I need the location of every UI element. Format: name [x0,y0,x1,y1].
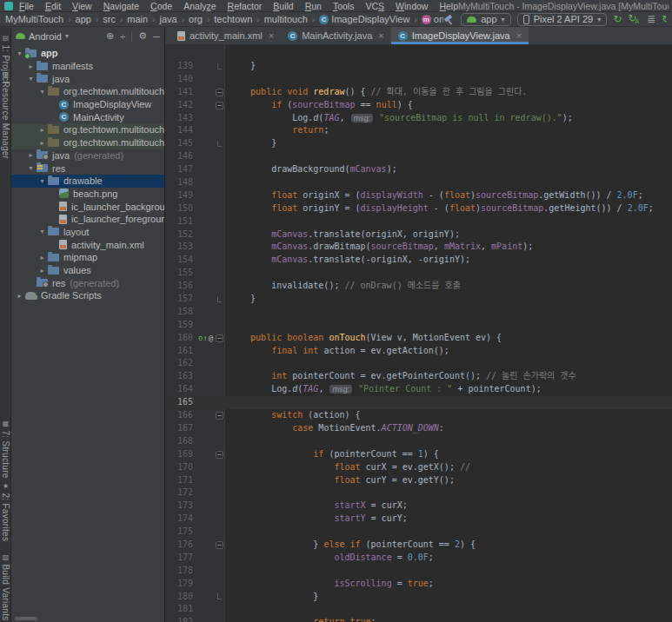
code-line-177[interactable]: 177 oldDistance = 0.0F; [165,552,672,565]
code-line-166[interactable]: 166− switch (action) { [165,409,672,422]
code-line-144[interactable]: 144 return; [165,124,672,137]
line-number[interactable]: 170 [165,461,198,474]
line-number[interactable]: 146 [165,150,198,163]
code-line-180[interactable]: 180 } [165,591,672,604]
line-number[interactable]: 180 [165,591,198,604]
breadcrumb-app[interactable]: app [76,14,91,24]
breadcrumb-main[interactable]: main [127,14,148,24]
code-line-139[interactable]: 139 } [165,60,672,73]
line-number[interactable]: 176 [165,539,198,552]
line-number[interactable]: 144 [165,124,198,137]
code-line-171[interactable]: 171 float curY = ev.getY(); [165,474,672,487]
tree-item-manifests[interactable]: ▸manifests [11,60,164,73]
line-number[interactable]: 171 [165,474,198,487]
code-line-149[interactable]: 149 float originX = (displayWidth - (flo… [165,189,672,202]
tool-button-build-variants[interactable]: ▧ Build Variants [1,553,10,621]
breadcrumb-techtown[interactable]: techtown [214,14,252,24]
code-line-155[interactable]: 155 [165,267,672,280]
code-line-178[interactable]: 178 [165,565,672,578]
menu-tools[interactable]: Tools [333,1,355,11]
code-line-162[interactable]: 162 [165,357,672,370]
menu-view[interactable]: View [72,1,92,11]
line-number[interactable]: 140 [165,73,198,86]
code-line-147[interactable]: 147 drawBackground(mCanvas); [165,163,672,176]
tree-item-res[interactable]: ▾res [11,162,164,175]
build-hammer-icon[interactable] [443,14,455,25]
gear-icon[interactable]: ⚙ [138,30,147,42]
chevron-right-icon[interactable]: ▸ [25,63,37,70]
device-select[interactable]: Pixel 2 API 29 ▾ [517,13,608,26]
menu-vcs[interactable]: VCS [365,1,384,11]
menu-file[interactable]: File [19,1,34,11]
line-number[interactable]: 168 [165,435,198,448]
fold-end-icon[interactable] [214,137,225,150]
line-number[interactable]: 151 [165,215,198,228]
code-line-151[interactable]: 151 [165,215,672,228]
line-number[interactable]: 181 [165,603,198,616]
apply-code-changes-icon[interactable]: ↻A [628,13,641,25]
fold-end-icon[interactable] [214,591,225,604]
line-number[interactable]: 142 [165,99,198,112]
code-line-156[interactable]: 156 invalidate(); // onDraw() 메소드를 호출 [165,280,672,293]
code-line-173[interactable]: 173 startX = curX; [165,500,672,513]
line-number[interactable]: 154 [165,254,198,267]
locate-file-icon[interactable]: ⊕ [106,30,114,42]
tree-item-ic-launcher-background-xml[interactable]: ic_launcher_background.xml [11,200,164,213]
line-number[interactable]: 158 [165,306,198,319]
tree-item-drawable[interactable]: ▾drawable [11,175,164,188]
code-line-161[interactable]: 161 final int action = ev.getAction(); [165,345,672,358]
line-number[interactable]: 165 [165,396,198,409]
code-line-163[interactable]: 163 int pointerCount = ev.getPointerCoun… [165,370,672,383]
code-line-160[interactable]: 160o↑@− public boolean onTouch(View v, M… [165,332,672,345]
code-line-174[interactable]: 174 startY = curY; [165,513,672,526]
code-line-168[interactable]: 168 [165,435,672,448]
editor[interactable]: 139 }140141− public void redraw() { // 확… [165,45,672,622]
tree-item-res-generated[interactable]: res(generated) [11,276,164,289]
tree-item-ic-launcher-foreground-xml-v24[interactable]: ic_launcher_foreground.xml(v24) [11,213,164,226]
tab-activity-main-xml[interactable]: activity_main.xml× [170,27,281,44]
code-line-170[interactable]: 170 float curX = ev.getX(); // [165,461,672,474]
close-icon[interactable]: × [516,30,522,41]
close-icon[interactable]: × [269,30,274,41]
code-line-153[interactable]: 153 mCanvas.drawBitmap(sourceBitmap, mMa… [165,241,672,254]
code-line-165[interactable]: 165 [165,396,672,409]
line-number[interactable]: 169 [165,448,198,461]
chevron-down-icon[interactable]: ▾ [65,32,69,40]
line-number[interactable]: 147 [165,163,198,176]
menu-build[interactable]: Build [273,1,293,11]
chevron-down-icon[interactable]: ▾ [37,88,48,96]
code-line-140[interactable]: 140 [165,73,672,86]
line-number[interactable]: 177 [165,552,198,565]
fold-end-icon[interactable] [214,60,225,73]
menu-edit[interactable]: Edit [45,1,61,11]
tree-item-activity-main-xml[interactable]: activity_main.xml [11,238,164,251]
tree-item-org-techtown-multitouch-test[interactable]: ▸org.techtown.multitouch(test) [11,136,164,149]
code-line-172[interactable]: 172 [165,486,672,500]
code-line-167[interactable]: 167 case MotionEvent.ACTION_DOWN: [165,422,672,435]
menu-help[interactable]: Help [439,1,458,11]
line-number[interactable]: 150 [165,202,198,215]
menu-refactor[interactable]: Refactor [228,1,263,11]
tree-item-imagedisplayview[interactable]: CImageDisplayView [11,98,164,111]
line-number[interactable]: 143 [165,112,198,125]
line-number[interactable]: 155 [165,267,198,280]
chevron-right-icon[interactable]: ▸ [37,254,48,261]
project-view-select[interactable]: Android [29,31,62,42]
tree-item-gradle-scripts[interactable]: ▸Gradle Scripts [11,289,164,302]
panel-scrollbar[interactable] [15,617,37,620]
tool-button-7-structure[interactable]: ▦ 7: Structure [1,420,10,479]
breadcrumb-ontouch[interactable]: monTouch [422,14,443,24]
code-line-175[interactable]: 175 [165,526,672,539]
line-number[interactable]: 148 [165,176,198,189]
line-number[interactable]: 162 [165,357,198,370]
menu-window[interactable]: Window [396,1,428,11]
chevron-down-icon[interactable]: ▾ [37,228,48,235]
fold-start-icon[interactable]: − [214,539,225,552]
tree-item-org-techtown-multitouch[interactable]: ▾org.techtown.multitouch [11,85,164,98]
code-line-148[interactable]: 148 [165,176,672,189]
chevron-right-icon[interactable]: ▸ [37,126,48,134]
menu-code[interactable]: Code [150,1,172,11]
line-number[interactable]: 175 [165,526,198,539]
code-line-154[interactable]: 154 mCanvas.translate(-originX, -originY… [165,254,672,267]
line-number[interactable]: 159 [165,319,198,332]
